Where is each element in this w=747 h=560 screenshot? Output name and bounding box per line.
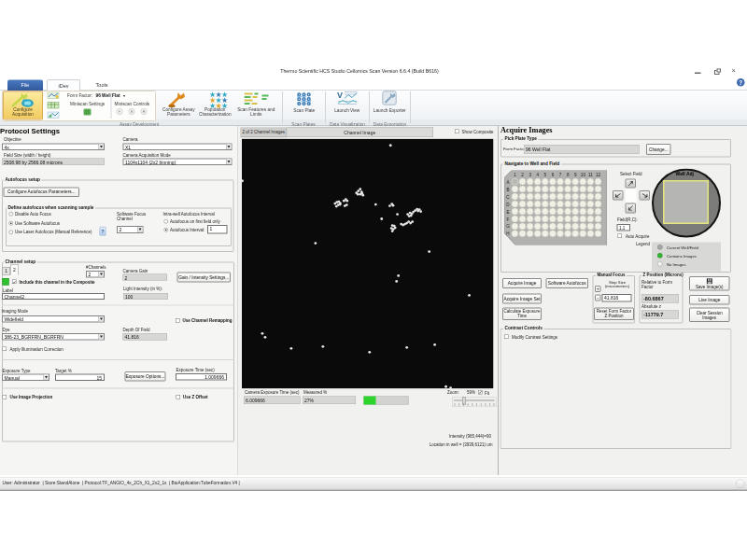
svg-text:12: 12 bbox=[596, 173, 601, 177]
svg-text:11: 11 bbox=[588, 173, 593, 177]
svg-text:5: 5 bbox=[544, 173, 547, 177]
svg-text:B: B bbox=[506, 188, 509, 192]
svg-text:2: 2 bbox=[521, 173, 524, 177]
svg-text:V: V bbox=[337, 91, 343, 100]
svg-text:F: F bbox=[507, 217, 510, 222]
svg-text:9: 9 bbox=[574, 173, 577, 177]
svg-text:1: 1 bbox=[514, 173, 516, 177]
svg-text:8: 8 bbox=[567, 173, 570, 177]
svg-text:6: 6 bbox=[552, 173, 555, 177]
svg-text:3: 3 bbox=[529, 173, 531, 177]
svg-text:E: E bbox=[506, 210, 509, 215]
svg-text:10: 10 bbox=[581, 173, 586, 177]
svg-text:H: H bbox=[506, 231, 509, 236]
svg-text:G: G bbox=[506, 224, 510, 229]
svg-text:4: 4 bbox=[537, 173, 540, 177]
svg-text:7: 7 bbox=[559, 173, 562, 177]
